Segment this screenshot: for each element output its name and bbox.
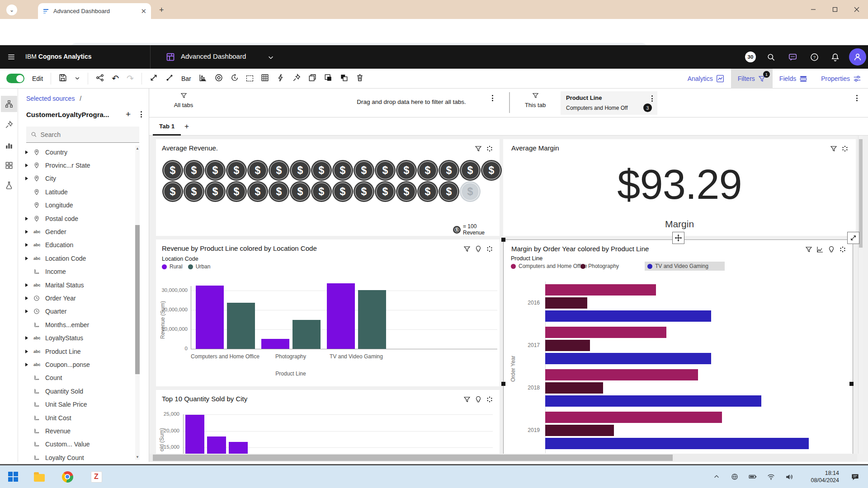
tray-battery-icon[interactable] [747, 471, 759, 483]
field-item[interactable]: abcLoyaltyStatus [18, 331, 134, 344]
window-close-button[interactable] [846, 0, 867, 19]
widget-revenue-by-product-line[interactable]: Revenue by Product Line colored by Locat… [156, 239, 500, 386]
dashboard-title[interactable]: Advanced Dashboard [181, 52, 246, 60]
bar-TV and Video Gaming[interactable] [545, 353, 711, 364]
send-backward-icon[interactable] [340, 74, 348, 84]
bar-TV and Video Gaming[interactable] [545, 310, 711, 322]
field-item[interactable]: Income [18, 265, 134, 278]
action-center-icon[interactable] [849, 471, 861, 483]
coin-datapoint[interactable]: $ [162, 160, 183, 181]
scroll-up-icon[interactable]: ▲ [136, 146, 139, 150]
widget-average-margin[interactable]: Average Margin $93.29 Margin [503, 139, 856, 236]
start-button[interactable] [7, 471, 19, 483]
bar-TV and Video Gaming[interactable] [545, 438, 809, 449]
field-item[interactable]: Custom... Value [18, 438, 134, 451]
coin-datapoint[interactable]: $ [460, 160, 481, 181]
coin-datapoint[interactable]: $ [481, 160, 502, 181]
coin-datapoint[interactable]: $ [332, 181, 353, 202]
coin-datapoint[interactable]: $ [311, 160, 332, 181]
field-item[interactable]: Order Year [18, 291, 134, 305]
filter-bar-kebab-icon[interactable] [856, 95, 858, 101]
widget-average-revenue[interactable]: Average Revenue. $$$$$$$$$$$$$$$$$$$$$$$… [156, 139, 500, 236]
coin-datapoint[interactable]: $ [290, 160, 311, 181]
tab-tab1[interactable]: Tab 1 [153, 117, 181, 136]
selection-handle-top-left[interactable] [501, 238, 505, 242]
coin-datapoint[interactable]: $ [417, 160, 438, 181]
browser-tab[interactable]: Advanced Dashboard ✕ [38, 3, 151, 19]
notification-count-badge[interactable]: 30 [745, 52, 756, 62]
share-icon[interactable] [96, 74, 104, 84]
source-menu-kebab-icon[interactable] [141, 111, 142, 117]
explore-dots-icon[interactable] [486, 145, 493, 152]
pin-icon[interactable] [292, 74, 301, 84]
help-icon[interactable]: ? [808, 51, 820, 63]
coin-datapoint[interactable]: $ [439, 160, 459, 181]
chevron-right-icon[interactable] [25, 150, 33, 154]
this-tab-filter[interactable]: This tab [519, 92, 552, 108]
compass-widget-icon[interactable] [215, 74, 223, 84]
redo-icon[interactable]: ↷ [127, 73, 134, 84]
chrome-icon[interactable] [61, 471, 73, 483]
properties-button[interactable]: Properties [814, 69, 868, 89]
coin-datapoint[interactable]: $ [375, 181, 396, 202]
bar-Rural[interactable] [327, 283, 355, 349]
bar-Computers and Home Office[interactable] [545, 284, 656, 296]
new-tab-button[interactable]: + [159, 5, 164, 15]
z-app-icon[interactable]: Z [90, 471, 102, 483]
all-tabs-kebab-icon[interactable] [492, 95, 493, 101]
bar-Urban[interactable] [292, 320, 321, 349]
resize-widget-handle[interactable] [847, 232, 859, 244]
filter-chip-product-line[interactable]: Product Line Computers and Home Off 3 [561, 91, 657, 115]
canvas-vertical-scrollbar[interactable] [858, 136, 863, 454]
tab-close-icon[interactable]: ✕ [141, 8, 146, 14]
bar-Computers and Home Office[interactable] [545, 327, 666, 338]
widget-margin-by-order-year[interactable]: Margin by Order Year colored by Product … [503, 239, 853, 464]
chevron-right-icon[interactable] [25, 363, 33, 366]
fields-button[interactable]: Fields [773, 69, 814, 89]
search-input[interactable] [41, 131, 135, 138]
field-item[interactable]: Country [18, 145, 134, 159]
assistant-chat-icon[interactable] [787, 51, 798, 63]
canvas-horizontal-scrollbar[interactable] [149, 454, 857, 462]
window-maximize-button[interactable] [825, 0, 845, 19]
tray-wifi-icon[interactable] [765, 471, 777, 483]
field-item[interactable]: Longitude [18, 199, 134, 212]
chevron-right-icon[interactable] [25, 217, 33, 221]
window-minimize-button[interactable] [803, 0, 824, 19]
field-item[interactable]: abcMarital Status [18, 278, 134, 291]
taskbar-clock[interactable]: 18:14 08/04/2024 [811, 469, 839, 484]
source-name[interactable]: CustomerLoyaltyProgra... [26, 111, 126, 118]
tray-volume-icon[interactable] [783, 471, 795, 483]
widgets-icon[interactable] [1, 157, 17, 174]
chevron-right-icon[interactable] [25, 310, 33, 313]
selection-handle-left-mid[interactable] [501, 382, 505, 386]
bar-Computers and Home Office[interactable] [545, 412, 722, 423]
bar-Photography[interactable] [545, 425, 614, 436]
field-item[interactable]: abcProduct Line [18, 345, 134, 358]
scroll-down-icon[interactable]: ▼ [136, 455, 139, 459]
bar-Photography[interactable] [545, 340, 590, 351]
chevron-right-icon[interactable] [25, 296, 33, 300]
sidebar-scrollbar-thumb[interactable] [135, 225, 140, 374]
search-box[interactable] [26, 127, 139, 143]
field-item[interactable]: Unit Cost [18, 411, 134, 424]
data-sources-icon[interactable] [1, 96, 17, 112]
actions-lightning-icon[interactable] [277, 74, 285, 84]
coin-datapoint[interactable]: $ [354, 181, 374, 202]
select-pointer-icon[interactable] [165, 74, 174, 84]
coin-datapoint[interactable]: $ [396, 160, 417, 181]
file-explorer-icon[interactable] [33, 471, 45, 483]
tray-chevron-up-icon[interactable] [711, 471, 722, 483]
coin-datapoint[interactable]: $ [205, 160, 226, 181]
visualizations-icon[interactable] [1, 137, 17, 154]
add-tab-button[interactable]: + [184, 122, 189, 131]
schedule-refresh-icon[interactable] [231, 74, 239, 84]
bar-Photography[interactable] [545, 297, 587, 309]
coin-datapoint[interactable]: $ [184, 160, 204, 181]
chart-type-label[interactable]: Bar [181, 75, 191, 82]
coin-datapoint[interactable]: $ [290, 181, 311, 202]
coin-datapoint[interactable]: $ [354, 160, 374, 181]
tab-search-chevron-icon[interactable]: ⌄ [6, 5, 17, 15]
table-grid-icon[interactable] [261, 74, 269, 84]
widget-top10-quantity[interactable]: Top 10 Quantity Sold by City 25,00020,00… [156, 390, 500, 464]
